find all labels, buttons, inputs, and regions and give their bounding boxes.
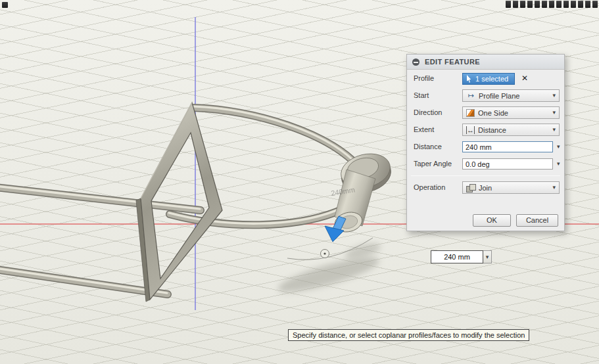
dock-icon[interactable]: [542, 1, 547, 8]
dock-icon[interactable]: [527, 1, 533, 8]
taper-angle-label: Taper Angle: [414, 158, 452, 170]
dock-icon[interactable]: [535, 1, 540, 8]
dock-icon[interactable]: [513, 1, 518, 8]
operation-dropdown[interactable]: Join ▾: [462, 181, 560, 194]
distance-label: Distance: [414, 141, 442, 153]
taper-angle-row: Taper Angle ▾: [407, 158, 564, 171]
join-operation-icon: [466, 184, 475, 192]
extent-value: Distance: [478, 126, 549, 134]
corner-glyph-icon: [2, 2, 8, 8]
start-value: Profile Plane: [479, 92, 549, 100]
distance-manipulator-input-group: ▾: [431, 250, 492, 263]
direction-label: Direction: [414, 106, 442, 119]
distance-row: Distance ▾: [407, 141, 564, 154]
start-dropdown[interactable]: ↦ Profile Plane ▾: [462, 89, 560, 102]
taper-expression-dropdown-icon[interactable]: ▾: [557, 161, 560, 167]
direction-row: Direction One Side ▾: [407, 106, 564, 120]
viewport-3d[interactable]: 240mm EDIT FEATURE: [0, 0, 599, 364]
ok-button[interactable]: OK: [473, 214, 511, 227]
dock-icon[interactable]: [549, 1, 554, 8]
extent-dropdown[interactable]: ↔ Distance ▾: [462, 124, 560, 136]
profile-selection-count: 1 selected: [475, 75, 508, 83]
extent-row: Extent ↔ Distance ▾: [407, 124, 564, 137]
operation-label: Operation: [414, 181, 445, 194]
taper-angle-input[interactable]: [462, 158, 553, 170]
chevron-down-icon: ▾: [486, 254, 489, 260]
chevron-down-icon: ▾: [552, 110, 556, 116]
cursor-icon: [467, 75, 472, 83]
chevron-down-icon: ▾: [552, 127, 556, 133]
grip-icon[interactable]: [412, 58, 419, 66]
dock-icon[interactable]: [592, 1, 598, 8]
distance-extent-icon: ↔: [466, 126, 475, 134]
direction-value: One Side: [478, 109, 549, 117]
profile-label: Profile: [414, 72, 434, 85]
dock-icon[interactable]: [556, 1, 562, 8]
chevron-down-icon: ▾: [552, 185, 556, 191]
ground-shadow: [276, 240, 382, 299]
distance-manipulator-input[interactable]: [431, 250, 483, 263]
profile-selection-button[interactable]: 1 selected: [462, 73, 515, 85]
direction-dropdown[interactable]: One Side ▾: [462, 106, 560, 119]
dock-icon[interactable]: [585, 1, 590, 8]
start-row: Start ↦ Profile Plane ▾: [407, 89, 564, 102]
extent-label: Extent: [414, 124, 434, 136]
distance-manipulator-dropdown-button[interactable]: ▾: [483, 250, 492, 263]
chevron-down-icon: ▾: [552, 93, 556, 99]
dialog-header[interactable]: EDIT FEATURE: [407, 55, 564, 70]
dock-icon[interactable]: [506, 1, 511, 8]
edit-feature-dialog: EDIT FEATURE Profile 1 selected ✕ Start …: [406, 54, 565, 231]
one-side-icon: [466, 109, 475, 117]
dock-icon[interactable]: [563, 1, 569, 8]
dock-icon-row: [506, 1, 598, 8]
cancel-button[interactable]: Cancel: [516, 214, 558, 227]
status-tooltip: Specify distance, or select coplanar pro…: [288, 329, 529, 341]
dock-icon[interactable]: [578, 1, 583, 8]
dock-icon[interactable]: [520, 1, 525, 8]
dialog-title: EDIT FEATURE: [425, 58, 480, 66]
start-label: Start: [414, 89, 429, 102]
operation-row: Operation Join ▾: [407, 181, 564, 194]
profile-row: Profile 1 selected ✕: [407, 72, 564, 85]
distance-expression-dropdown-icon[interactable]: ▾: [557, 144, 560, 150]
distance-input[interactable]: [462, 141, 553, 152]
model-plate[interactable]: [136, 102, 222, 302]
clear-selection-icon[interactable]: ✕: [521, 74, 528, 83]
dock-icon[interactable]: [571, 1, 576, 8]
operation-value: Join: [479, 184, 549, 192]
dialog-divider: [411, 175, 560, 176]
profile-plane-icon: ↦: [466, 91, 475, 100]
